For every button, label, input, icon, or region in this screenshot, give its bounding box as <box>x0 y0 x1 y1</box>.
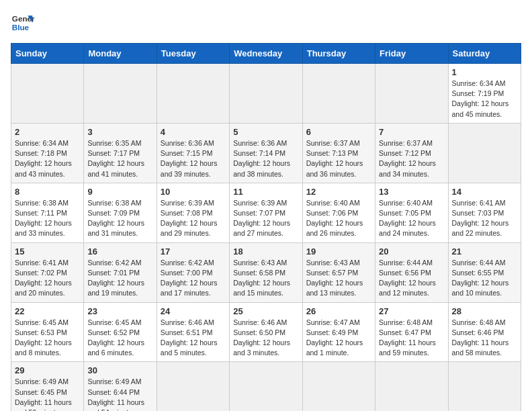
calendar-cell: 28Sunrise: 6:48 AMSunset: 6:46 PMDayligh… <box>448 302 521 362</box>
calendar-week-5: 22Sunrise: 6:45 AMSunset: 6:53 PMDayligh… <box>11 302 521 362</box>
calendar-cell <box>448 123 521 183</box>
calendar-week-1: 1Sunrise: 6:34 AMSunset: 7:19 PMDaylight… <box>11 64 521 124</box>
calendar-cell: 12Sunrise: 6:40 AMSunset: 7:06 PMDayligh… <box>302 183 375 242</box>
column-header-thursday: Thursday <box>302 44 375 64</box>
calendar-cell: 22Sunrise: 6:45 AMSunset: 6:53 PMDayligh… <box>11 302 84 362</box>
day-number: 25 <box>233 306 298 316</box>
day-info: Sunrise: 6:46 AMSunset: 6:51 PMDaylight:… <box>161 318 226 359</box>
calendar-cell: 17Sunrise: 6:42 AMSunset: 7:00 PMDayligh… <box>157 242 229 302</box>
day-number: 28 <box>452 306 517 316</box>
calendar-cell: 27Sunrise: 6:48 AMSunset: 6:47 PMDayligh… <box>375 302 448 362</box>
calendar-week-4: 15Sunrise: 6:41 AMSunset: 7:02 PMDayligh… <box>11 242 521 302</box>
logo: General Blue <box>11 11 35 35</box>
calendar-cell: 3Sunrise: 6:35 AMSunset: 7:17 PMDaylight… <box>84 123 157 183</box>
calendar-cell: 6Sunrise: 6:37 AMSunset: 7:13 PMDaylight… <box>302 123 375 183</box>
day-number: 11 <box>233 187 298 197</box>
day-number: 29 <box>15 365 80 375</box>
calendar-cell: 16Sunrise: 6:42 AMSunset: 7:01 PMDayligh… <box>84 242 157 302</box>
day-number: 2 <box>15 127 80 137</box>
day-number: 19 <box>306 246 371 257</box>
day-number: 6 <box>306 127 371 137</box>
day-info: Sunrise: 6:36 AMSunset: 7:14 PMDaylight:… <box>233 138 298 179</box>
calendar-cell: 1Sunrise: 6:34 AMSunset: 7:19 PMDaylight… <box>448 64 521 124</box>
column-header-friday: Friday <box>375 44 448 64</box>
page-header: General Blue <box>11 11 521 35</box>
day-number: 23 <box>87 306 152 316</box>
calendar-body: 1Sunrise: 6:34 AMSunset: 7:19 PMDaylight… <box>11 64 521 412</box>
day-number: 16 <box>87 246 152 257</box>
day-number: 4 <box>161 127 226 137</box>
day-info: Sunrise: 6:48 AMSunset: 6:46 PMDaylight:… <box>452 318 517 359</box>
calendar-cell: 29Sunrise: 6:49 AMSunset: 6:45 PMDayligh… <box>11 362 84 411</box>
column-header-tuesday: Tuesday <box>157 44 229 64</box>
calendar-cell: 19Sunrise: 6:43 AMSunset: 6:57 PMDayligh… <box>302 242 375 302</box>
day-info: Sunrise: 6:37 AMSunset: 7:12 PMDaylight:… <box>379 138 444 179</box>
day-info: Sunrise: 6:46 AMSunset: 6:50 PMDaylight:… <box>233 318 298 359</box>
calendar-cell <box>11 64 84 124</box>
calendar-cell <box>84 64 157 124</box>
day-info: Sunrise: 6:48 AMSunset: 6:47 PMDaylight:… <box>379 318 444 359</box>
calendar-cell: 26Sunrise: 6:47 AMSunset: 6:49 PMDayligh… <box>302 302 375 362</box>
logo-icon: General Blue <box>11 11 35 35</box>
day-info: Sunrise: 6:34 AMSunset: 7:18 PMDaylight:… <box>15 138 80 179</box>
calendar-cell: 11Sunrise: 6:39 AMSunset: 7:07 PMDayligh… <box>230 183 302 242</box>
calendar-cell: 14Sunrise: 6:41 AMSunset: 7:03 PMDayligh… <box>448 183 521 242</box>
day-info: Sunrise: 6:37 AMSunset: 7:13 PMDaylight:… <box>306 138 371 179</box>
day-info: Sunrise: 6:35 AMSunset: 7:17 PMDaylight:… <box>87 138 152 179</box>
day-number: 10 <box>161 187 226 197</box>
day-number: 13 <box>379 187 444 197</box>
day-number: 12 <box>306 187 371 197</box>
day-info: Sunrise: 6:39 AMSunset: 7:08 PMDaylight:… <box>161 198 226 239</box>
day-info: Sunrise: 6:44 AMSunset: 6:56 PMDaylight:… <box>379 258 444 299</box>
day-number: 1 <box>452 67 517 77</box>
calendar-cell <box>302 362 375 411</box>
day-info: Sunrise: 6:40 AMSunset: 7:05 PMDaylight:… <box>379 198 444 239</box>
column-header-saturday: Saturday <box>448 44 521 64</box>
day-number: 30 <box>87 365 152 375</box>
calendar-cell: 20Sunrise: 6:44 AMSunset: 6:56 PMDayligh… <box>375 242 448 302</box>
day-number: 9 <box>87 187 152 197</box>
calendar-table: SundayMondayTuesdayWednesdayThursdayFrid… <box>11 43 521 411</box>
day-number: 18 <box>233 246 298 257</box>
calendar-cell <box>230 64 302 124</box>
calendar-cell: 9Sunrise: 6:38 AMSunset: 7:09 PMDaylight… <box>84 183 157 242</box>
calendar-cell <box>157 362 229 411</box>
calendar-week-3: 8Sunrise: 6:38 AMSunset: 7:11 PMDaylight… <box>11 183 521 242</box>
day-info: Sunrise: 6:43 AMSunset: 6:57 PMDaylight:… <box>306 258 371 299</box>
calendar-week-6: 29Sunrise: 6:49 AMSunset: 6:45 PMDayligh… <box>11 362 521 411</box>
day-number: 24 <box>161 306 226 316</box>
day-info: Sunrise: 6:40 AMSunset: 7:06 PMDaylight:… <box>306 198 371 239</box>
day-info: Sunrise: 6:34 AMSunset: 7:19 PMDaylight:… <box>452 79 517 120</box>
calendar-cell <box>448 362 521 411</box>
calendar-cell: 15Sunrise: 6:41 AMSunset: 7:02 PMDayligh… <box>11 242 84 302</box>
calendar-cell: 4Sunrise: 6:36 AMSunset: 7:15 PMDaylight… <box>157 123 229 183</box>
day-number: 22 <box>15 306 80 316</box>
day-info: Sunrise: 6:38 AMSunset: 7:09 PMDaylight:… <box>87 198 152 239</box>
day-number: 5 <box>233 127 298 137</box>
day-info: Sunrise: 6:44 AMSunset: 6:55 PMDaylight:… <box>452 258 517 299</box>
calendar-cell: 25Sunrise: 6:46 AMSunset: 6:50 PMDayligh… <box>230 302 302 362</box>
day-number: 15 <box>15 246 80 257</box>
calendar-cell: 30Sunrise: 6:49 AMSunset: 6:44 PMDayligh… <box>84 362 157 411</box>
calendar-cell: 5Sunrise: 6:36 AMSunset: 7:14 PMDaylight… <box>230 123 302 183</box>
day-info: Sunrise: 6:39 AMSunset: 7:07 PMDaylight:… <box>233 198 298 239</box>
day-info: Sunrise: 6:47 AMSunset: 6:49 PMDaylight:… <box>306 318 371 359</box>
calendar-cell: 24Sunrise: 6:46 AMSunset: 6:51 PMDayligh… <box>157 302 229 362</box>
day-info: Sunrise: 6:41 AMSunset: 7:03 PMDaylight:… <box>452 198 517 239</box>
column-header-monday: Monday <box>84 44 157 64</box>
day-number: 26 <box>306 306 371 316</box>
calendar-cell: 18Sunrise: 6:43 AMSunset: 6:58 PMDayligh… <box>230 242 302 302</box>
calendar-cell: 2Sunrise: 6:34 AMSunset: 7:18 PMDaylight… <box>11 123 84 183</box>
calendar-cell: 13Sunrise: 6:40 AMSunset: 7:05 PMDayligh… <box>375 183 448 242</box>
day-info: Sunrise: 6:42 AMSunset: 7:01 PMDaylight:… <box>87 258 152 299</box>
day-number: 27 <box>379 306 444 316</box>
calendar-week-2: 2Sunrise: 6:34 AMSunset: 7:18 PMDaylight… <box>11 123 521 183</box>
day-info: Sunrise: 6:36 AMSunset: 7:15 PMDaylight:… <box>161 138 226 179</box>
calendar-cell <box>157 64 229 124</box>
calendar-cell: 10Sunrise: 6:39 AMSunset: 7:08 PMDayligh… <box>157 183 229 242</box>
day-info: Sunrise: 6:41 AMSunset: 7:02 PMDaylight:… <box>15 258 80 299</box>
calendar-cell <box>302 64 375 124</box>
calendar-cell <box>230 362 302 411</box>
day-info: Sunrise: 6:38 AMSunset: 7:11 PMDaylight:… <box>15 198 80 239</box>
svg-text:Blue: Blue <box>12 23 30 32</box>
